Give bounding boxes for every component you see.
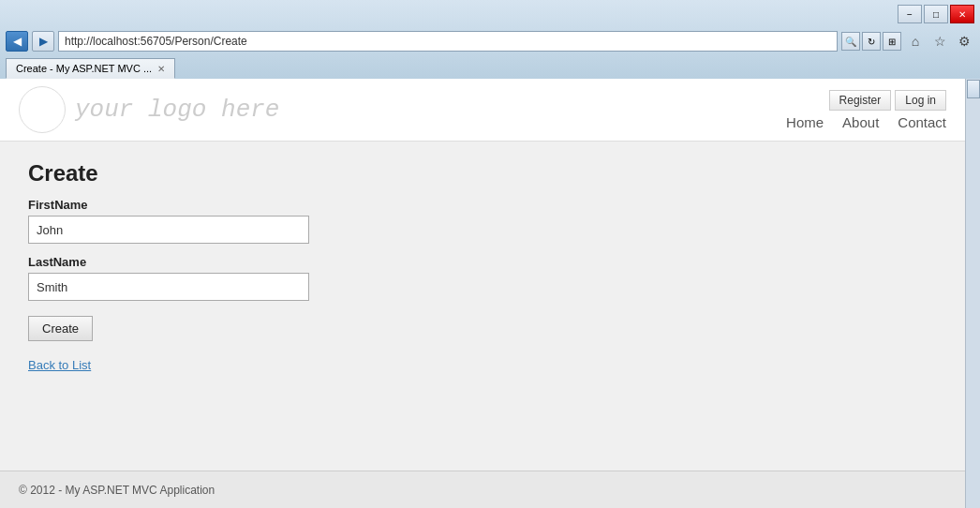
- firstname-input[interactable]: John: [28, 216, 309, 244]
- login-button[interactable]: Log in: [895, 90, 946, 111]
- refresh-icon[interactable]: ↻: [862, 32, 881, 51]
- site-footer: © 2012 - My ASP.NET MVC Application: [0, 471, 965, 508]
- active-tab[interactable]: Create - My ASP.NET MVC ... ✕: [6, 58, 175, 79]
- logo-circle: [19, 86, 66, 133]
- header-right: Register Log in Home About Contact: [786, 90, 946, 130]
- scroll-thumb[interactable]: [967, 80, 980, 98]
- title-bar: − □ ✕: [0, 0, 980, 28]
- maximize-button[interactable]: □: [924, 5, 948, 23]
- address-icons: 🔍 ↻ ⊞: [841, 32, 901, 51]
- lastname-label: LastName: [28, 255, 937, 269]
- logo-area: your logo here: [19, 86, 279, 133]
- minimize-button[interactable]: −: [898, 5, 922, 23]
- auth-buttons: Register Log in: [829, 90, 946, 111]
- lastname-value: Smith: [37, 280, 67, 294]
- page-wrapper: your logo here Register Log in Home Abou…: [0, 79, 965, 508]
- compat-icon[interactable]: ⊞: [883, 32, 901, 51]
- gear-icon[interactable]: ⚙: [954, 31, 974, 52]
- address-bar[interactable]: http://localhost:56705/Person/Create: [58, 31, 838, 52]
- nav-about[interactable]: About: [842, 114, 879, 130]
- star-icon[interactable]: ☆: [929, 31, 950, 52]
- window-controls: − □ ✕: [898, 5, 974, 23]
- forward-button[interactable]: ▶: [32, 31, 54, 52]
- firstname-label: FirstName: [28, 198, 937, 212]
- browser-chrome: − □ ✕ ◀ ▶ http://localhost:56705/Person/…: [0, 0, 980, 80]
- address-text: http://localhost:56705/Person/Create: [65, 35, 247, 48]
- register-button[interactable]: Register: [829, 90, 892, 111]
- back-button[interactable]: ◀: [6, 31, 28, 52]
- nav-home[interactable]: Home: [786, 114, 824, 130]
- search-addr-icon[interactable]: 🔍: [841, 32, 860, 51]
- nav-contact[interactable]: Contact: [898, 114, 946, 130]
- toolbar-icons: ⌂ ☆ ⚙: [905, 31, 974, 52]
- tab-bar: Create - My ASP.NET MVC ... ✕: [0, 54, 980, 79]
- footer-text: © 2012 - My ASP.NET MVC Application: [19, 484, 215, 497]
- site-header: your logo here Register Log in Home Abou…: [0, 79, 965, 142]
- scrollbar[interactable]: [965, 79, 980, 508]
- firstname-value: John: [37, 223, 63, 237]
- close-button[interactable]: ✕: [950, 5, 974, 23]
- address-bar-row: ◀ ▶ http://localhost:56705/Person/Create…: [0, 28, 980, 54]
- page-title: Create: [28, 160, 937, 187]
- create-button[interactable]: Create: [28, 316, 93, 341]
- nav-links: Home About Contact: [786, 114, 946, 130]
- home-icon[interactable]: ⌂: [905, 31, 926, 52]
- logo-text: your logo here: [75, 96, 279, 124]
- lastname-input[interactable]: Smith: [28, 273, 309, 301]
- back-to-list-link[interactable]: Back to List: [28, 358, 91, 372]
- tab-close-icon[interactable]: ✕: [157, 64, 165, 74]
- main-content: Create FirstName John LastName Smith Cre…: [0, 142, 965, 392]
- tab-title: Create - My ASP.NET MVC ...: [16, 63, 152, 74]
